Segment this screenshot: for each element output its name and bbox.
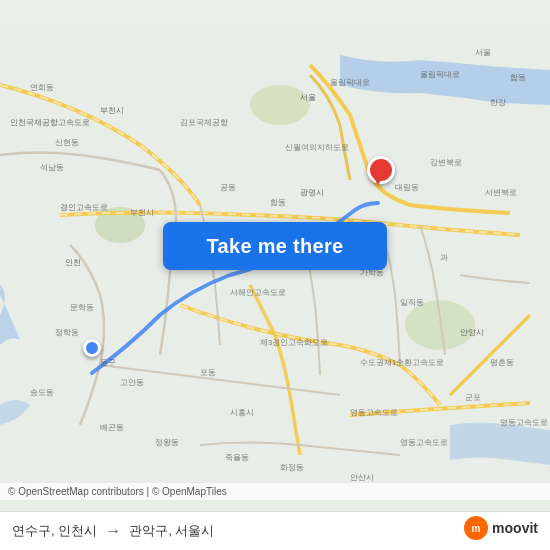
svg-text:올림픽대로: 올림픽대로	[330, 78, 370, 87]
moovit-icon: m	[464, 516, 488, 540]
svg-text:화정동: 화정동	[280, 463, 304, 472]
svg-text:정학동: 정학동	[55, 328, 79, 337]
svg-text:부천시: 부천시	[100, 106, 124, 115]
svg-text:과: 과	[440, 253, 448, 262]
svg-text:수도권제1순환고속도로: 수도권제1순환고속도로	[360, 358, 444, 367]
svg-text:경인고속도로: 경인고속도로	[60, 203, 108, 212]
bottom-bar: 연수구, 인천시 → 관악구, 서울시 m moovit	[0, 511, 550, 550]
svg-text:올림픽대로: 올림픽대로	[420, 70, 460, 79]
svg-point-3	[405, 300, 475, 350]
svg-text:안산시: 안산시	[350, 473, 374, 482]
svg-text:인천국제공항고속도로: 인천국제공항고속도로	[10, 118, 90, 127]
svg-text:안양시: 안양시	[460, 328, 484, 337]
svg-text:m: m	[472, 523, 481, 534]
arrow-icon: →	[105, 522, 121, 540]
svg-text:서해안고속도로: 서해안고속도로	[230, 288, 286, 297]
svg-text:영동고속도로: 영동고속도로	[350, 408, 398, 417]
svg-text:군포: 군포	[465, 393, 481, 402]
svg-text:연희동: 연희동	[30, 83, 54, 92]
svg-text:영동고속도로: 영동고속도로	[500, 418, 548, 427]
svg-text:포동: 포동	[200, 368, 216, 377]
svg-text:죽율동: 죽율동	[225, 453, 249, 462]
svg-text:인천: 인천	[65, 258, 81, 267]
svg-text:문학동: 문학동	[70, 303, 94, 312]
svg-text:일직동: 일직동	[400, 298, 424, 307]
svg-text:광명시: 광명시	[300, 188, 324, 197]
route-info: 연수구, 인천시 → 관악구, 서울시 m moovit	[12, 522, 538, 540]
svg-text:영동고속도로: 영동고속도로	[400, 438, 448, 447]
destination-label: 관악구, 서울시	[129, 522, 214, 540]
moovit-logo: m moovit	[464, 516, 538, 540]
svg-text:평촌동: 평촌동	[490, 358, 514, 367]
svg-text:강변북로: 강변북로	[430, 158, 462, 167]
svg-text:석남동: 석남동	[40, 163, 64, 172]
svg-text:고안동: 고안동	[120, 378, 144, 387]
svg-text:함동: 함동	[270, 198, 286, 207]
svg-text:서울: 서울	[300, 93, 316, 102]
svg-text:한강: 한강	[490, 98, 506, 107]
svg-text:공동: 공동	[220, 183, 236, 192]
origin-label: 연수구, 인천시	[12, 522, 97, 540]
svg-text:정왕동: 정왕동	[155, 438, 179, 447]
copyright-text: © OpenStreetMap contributors | © OpenMap…	[8, 486, 227, 497]
svg-text:김포국제공항: 김포국제공항	[180, 118, 228, 127]
take-me-there-button[interactable]: Take me there	[163, 222, 387, 270]
svg-text:부천시: 부천시	[130, 208, 154, 217]
svg-text:동구: 동구	[100, 358, 116, 367]
svg-text:대림동: 대림동	[395, 183, 419, 192]
svg-text:제3경인고속화도로: 제3경인고속화도로	[260, 338, 328, 347]
svg-text:베곤동: 베곤동	[100, 423, 124, 432]
svg-text:신월여의지하도로: 신월여의지하도로	[285, 143, 349, 152]
svg-text:합동: 합동	[510, 73, 526, 82]
svg-text:신현동: 신현동	[55, 138, 79, 147]
svg-text:시흥시: 시흥시	[230, 408, 254, 417]
svg-text:송도동: 송도동	[30, 388, 54, 397]
origin-pin	[83, 339, 101, 357]
svg-text:서울: 서울	[475, 48, 491, 57]
map-container: 인천국제공항고속도로 연희동 신현동 석남동 부천시 김포국제공항 서울 서울 …	[0, 0, 550, 550]
moovit-text: moovit	[492, 520, 538, 536]
svg-point-1	[250, 85, 310, 125]
svg-text:서변북로: 서변북로	[485, 188, 517, 197]
copyright-bar: © OpenStreetMap contributors | © OpenMap…	[0, 483, 550, 500]
